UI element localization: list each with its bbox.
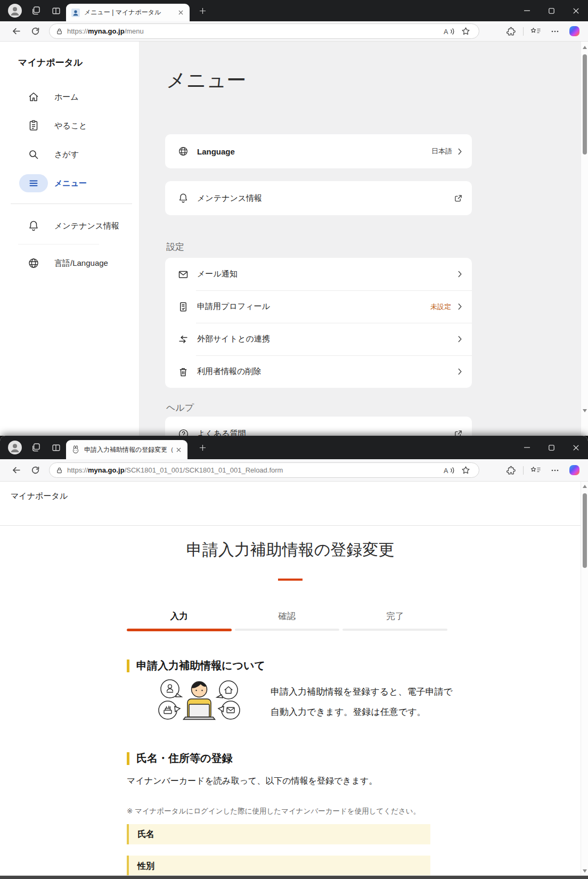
tab-close-button[interactable] bbox=[176, 8, 185, 18]
scrollbar[interactable] bbox=[581, 42, 588, 436]
sidebar-item-search[interactable]: さがす bbox=[0, 144, 139, 165]
scroll-up-arrow[interactable] bbox=[583, 46, 587, 49]
workspaces-icon bbox=[31, 443, 40, 452]
read-aloud-icon: A bbox=[444, 27, 455, 36]
read-aloud-icon: A bbox=[444, 466, 455, 475]
copilot-button[interactable] bbox=[565, 462, 584, 478]
puzzle-icon bbox=[507, 466, 516, 475]
favorite-star-button[interactable] bbox=[458, 25, 473, 38]
sidebar-brand[interactable]: マイナポータル bbox=[18, 56, 83, 69]
close-window-button[interactable] bbox=[564, 436, 588, 459]
scroll-down-arrow[interactable] bbox=[583, 869, 587, 873]
browser-window-menu: メニュー | マイナポータル bbox=[0, 0, 588, 436]
step-bar bbox=[342, 629, 447, 631]
url-text[interactable]: https://myna.go.jp/SCK1801_01_001/SCK180… bbox=[67, 466, 442, 474]
globe-icon bbox=[177, 145, 189, 157]
sidebar-item-todo[interactable]: やること bbox=[0, 115, 139, 136]
close-window-button[interactable] bbox=[564, 0, 588, 21]
browser-window-form: 申請入力補助情報の登録変更（入 bbox=[0, 436, 588, 879]
maximize-button[interactable] bbox=[539, 436, 564, 459]
extensions-button[interactable] bbox=[501, 23, 520, 39]
address-bar[interactable]: https://myna.go.jp/SCK1801_01_001/SCK180… bbox=[49, 462, 479, 478]
title-accent-bar bbox=[278, 579, 303, 581]
favorites-bar-button[interactable] bbox=[526, 23, 545, 39]
workspaces-button[interactable] bbox=[26, 0, 46, 21]
ellipsis-icon bbox=[551, 466, 559, 475]
tab-close-button[interactable] bbox=[174, 445, 183, 454]
settings-more-button[interactable] bbox=[545, 23, 565, 39]
window-bottom-edge bbox=[0, 875, 588, 879]
settings-more-button[interactable] bbox=[545, 462, 565, 478]
faq-row[interactable]: よくある質問 bbox=[165, 417, 472, 436]
sidebar: マイナポータル ホーム やること さがす メニュー bbox=[0, 42, 140, 436]
back-arrow-icon bbox=[12, 27, 21, 36]
read-aloud-button[interactable]: A bbox=[442, 464, 458, 477]
language-row[interactable]: Language 日本語 bbox=[165, 134, 472, 168]
scroll-down-arrow[interactable] bbox=[583, 409, 587, 412]
register-section-header: 氏名・住所等の登録 bbox=[127, 751, 232, 766]
lock-icon[interactable] bbox=[56, 467, 63, 474]
sidebar-item-language[interactable]: 言語/Language bbox=[0, 253, 139, 274]
url-text[interactable]: https://myna.go.jp/menu bbox=[67, 27, 442, 35]
close-icon bbox=[178, 10, 183, 15]
browser-tab-menu[interactable]: メニュー | マイナポータル bbox=[66, 4, 190, 21]
address-bar[interactable]: https://myna.go.jp/menu A bbox=[49, 23, 479, 39]
svg-text:A: A bbox=[444, 28, 448, 35]
settings-row-external-sites[interactable]: 外部サイトとの連携 bbox=[165, 323, 472, 355]
sidebar-item-home[interactable]: ホーム bbox=[0, 86, 139, 108]
chevron-right-icon bbox=[458, 148, 462, 155]
field-row-gender: 性別 bbox=[127, 856, 430, 877]
back-button[interactable] bbox=[6, 462, 26, 478]
mail-icon bbox=[178, 269, 189, 280]
menu-icon bbox=[27, 177, 40, 190]
split-screen-icon bbox=[52, 6, 61, 15]
favorite-star-button[interactable] bbox=[458, 464, 473, 477]
ellipsis-icon bbox=[551, 27, 559, 36]
settings-section-title: 設定 bbox=[166, 241, 184, 253]
settings-row-mail[interactable]: メール通知 bbox=[165, 258, 472, 290]
refresh-button[interactable] bbox=[26, 462, 45, 478]
chevron-right-icon bbox=[458, 303, 462, 310]
new-tab-button[interactable] bbox=[195, 3, 210, 18]
section-accent-bar bbox=[127, 752, 129, 765]
refresh-button[interactable] bbox=[26, 23, 45, 39]
chevron-right-icon bbox=[458, 368, 462, 375]
scrollbar[interactable] bbox=[581, 482, 588, 879]
back-arrow-icon bbox=[12, 466, 21, 475]
tab-title: メニュー | マイナポータル bbox=[84, 8, 176, 17]
copilot-button[interactable] bbox=[565, 23, 584, 39]
sidebar-divider bbox=[18, 244, 99, 245]
page-title: メニュー bbox=[166, 67, 247, 94]
star-icon bbox=[461, 27, 470, 36]
read-aloud-button[interactable]: A bbox=[442, 25, 458, 38]
back-button[interactable] bbox=[6, 23, 26, 39]
person-at-laptop bbox=[184, 682, 215, 720]
browser-tab-form[interactable]: 申請入力補助情報の登録変更（入 bbox=[66, 440, 187, 459]
split-screen-button[interactable] bbox=[46, 436, 66, 459]
sidebar-item-maintenance[interactable]: メンテナンス情報 bbox=[0, 215, 139, 237]
sidebar-item-menu[interactable]: メニュー bbox=[0, 173, 139, 194]
favorites-bar-button[interactable] bbox=[526, 462, 545, 478]
workspaces-button[interactable] bbox=[26, 436, 46, 459]
minimize-icon bbox=[524, 10, 530, 11]
copilot-icon bbox=[569, 26, 579, 36]
maintenance-row[interactable]: メンテナンス情報 bbox=[165, 181, 472, 215]
toolbar-divider bbox=[523, 466, 524, 475]
scrollbar-thumb[interactable] bbox=[583, 54, 587, 154]
maximize-button[interactable] bbox=[539, 0, 564, 21]
lock-icon[interactable] bbox=[56, 28, 63, 35]
step-indicator: 入力 確認 完了 bbox=[127, 609, 447, 631]
settings-row-profile[interactable]: 申請用プロフィール 未設定 bbox=[165, 290, 472, 323]
scrollbar-thumb[interactable] bbox=[583, 493, 587, 568]
new-tab-button[interactable] bbox=[195, 440, 210, 455]
minimize-button[interactable] bbox=[514, 0, 539, 21]
extensions-button[interactable] bbox=[501, 462, 520, 478]
profile-button[interactable] bbox=[4, 0, 26, 21]
close-icon bbox=[573, 8, 579, 14]
minimize-button[interactable] bbox=[514, 436, 539, 459]
split-screen-button[interactable] bbox=[46, 0, 66, 21]
scroll-up-arrow[interactable] bbox=[583, 485, 587, 488]
chevron-right-icon bbox=[458, 336, 462, 343]
profile-button[interactable] bbox=[4, 436, 26, 459]
settings-row-delete-user[interactable]: 利用者情報の削除 bbox=[165, 355, 472, 388]
